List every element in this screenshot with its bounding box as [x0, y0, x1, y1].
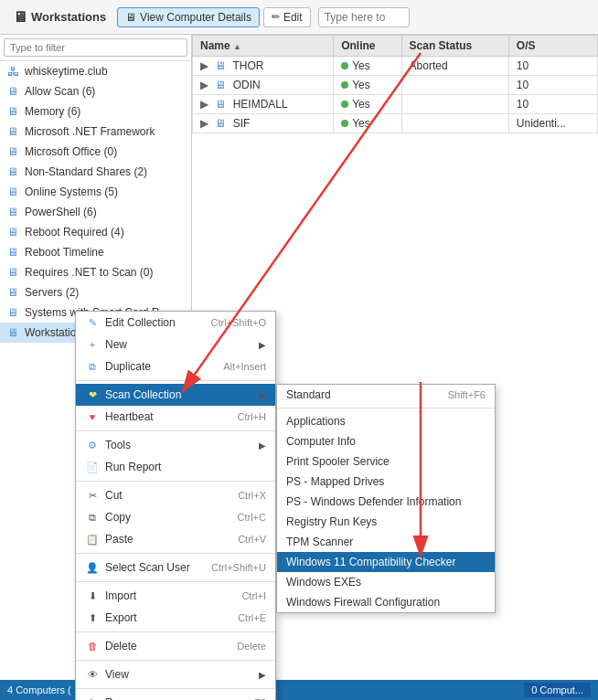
online-dot [341, 101, 348, 108]
sort-icon: ▲ [233, 42, 241, 51]
sub-applications[interactable]: Applications [277, 411, 495, 431]
workstations-sidebar-icon: 🖥 [5, 325, 20, 340]
context-menu: ✎ Edit Collection Ctrl+Shift+O + New ▶ ⧉… [75, 311, 276, 700]
cell-name: ▶ 🖥 ODIN [193, 76, 334, 95]
ctx-sep-4 [76, 553, 275, 554]
timeline-icon: 🖥 [5, 245, 20, 260]
sidebar-item-whiskeytime[interactable]: 🖧 whiskeytime.club [0, 61, 191, 81]
copy-icon: ⧉ [85, 510, 100, 525]
new-icon: + [85, 337, 100, 352]
sub-standard[interactable]: Standard Shift+F6 [277, 385, 495, 405]
ctx-sep-8 [76, 688, 275, 689]
reboot-icon: 🖥 [5, 225, 20, 239]
cell-os: 10 [508, 95, 597, 114]
ctx-sep-6 [76, 631, 275, 632]
sub-computer-info[interactable]: Computer Info [277, 431, 495, 451]
sidebar-item-online[interactable]: 🖥 Online Systems (5) [0, 182, 191, 202]
sub-print-spooler[interactable]: Print Spooler Service [277, 451, 495, 472]
sub-win11-checker[interactable]: Windows 11 Compatibility Checker [277, 552, 495, 572]
user-icon: 👤 [85, 560, 100, 575]
sub-windows-firewall[interactable]: Windows Firewall Configuration [277, 592, 495, 612]
cell-os: 10 [508, 76, 597, 95]
ctx-tools[interactable]: ⚙ Tools ▶ [76, 434, 275, 456]
ctx-delete[interactable]: 🗑 Delete Delete [76, 635, 275, 657]
sidebar-item-reboot-required[interactable]: 🖥 Reboot Required (4) [0, 222, 191, 242]
ctx-edit-collection[interactable]: ✎ Edit Collection Ctrl+Shift+O [76, 312, 275, 334]
computer-row-icon: 🖥 [215, 117, 226, 130]
cell-name: ▶ 🖥 THOR [193, 57, 334, 76]
computer-row-icon: 🖥 [215, 59, 226, 72]
computers-table: Name ▲ Online Scan Status O/S [192, 35, 598, 133]
sidebar-item-servers[interactable]: 🖥 Servers (2) [0, 282, 191, 302]
shares-icon: 🖥 [5, 164, 20, 179]
cell-os: Unidenti... [508, 114, 597, 133]
edit-collection-icon: ✎ [85, 315, 100, 330]
sidebar-item-reboot-timeline[interactable]: 🖥 Reboot Timeline [0, 242, 191, 262]
sidebar-item-requires-dotnet[interactable]: 🖥 Requires .NET to Scan (0) [0, 262, 191, 282]
ctx-sep-5 [76, 581, 275, 582]
sidebar-item-memory[interactable]: 🖥 Memory (6) [0, 101, 191, 122]
view-computer-details-button[interactable]: 🖥 View Computer Details [117, 7, 260, 27]
edit-button[interactable]: ✏ Edit [263, 7, 311, 27]
ctx-rename[interactable]: ✎ Rename F2 [76, 692, 275, 700]
table-row[interactable]: ▶ 🖥 ODIN Yes 10 [193, 76, 598, 95]
toolbar: 🖥 Workstations 🖥 View Computer Details ✏… [0, 0, 598, 35]
office-icon: 🖥 [5, 144, 20, 159]
tools-arrow: ▶ [259, 440, 266, 451]
ctx-cut[interactable]: ✂ Cut Ctrl+X [76, 484, 275, 506]
workstations-icon: 🖥 [13, 9, 27, 26]
rename-icon: ✎ [85, 695, 100, 700]
ctx-duplicate[interactable]: ⧉ Duplicate Alt+Insert [76, 355, 275, 377]
col-header-os[interactable]: O/S [508, 36, 597, 57]
expand-icon[interactable]: ▶ [200, 117, 208, 130]
sidebar-item-dotnet[interactable]: 🖥 Microsoft .NET Framework [0, 122, 191, 142]
sub-windows-exes[interactable]: Windows EXEs [277, 572, 495, 592]
online-dot [341, 62, 348, 69]
table-row[interactable]: ▶ 🖥 THOR Yes Aborted 10 [193, 57, 598, 76]
expand-icon[interactable]: ▶ [200, 98, 208, 111]
submenu-arrow: ▶ [259, 340, 266, 350]
requires-icon: 🖥 [5, 265, 20, 280]
ctx-new[interactable]: + New ▶ [76, 334, 275, 355]
sub-ps-defender[interactable]: PS - Windows Defender Information [277, 492, 495, 512]
sub-registry[interactable]: Registry Run Keys [277, 512, 495, 532]
col-header-scan-status[interactable]: Scan Status [401, 36, 508, 57]
scan-submenu: Standard Shift+F6 Applications Computer … [276, 384, 496, 613]
ctx-sep-2 [76, 430, 275, 431]
view-arrow: ▶ [259, 670, 266, 680]
ctx-view[interactable]: 👁 View ▶ [76, 663, 275, 685]
status-right[interactable]: 0 Comput... [524, 683, 591, 697]
expand-icon[interactable]: ▶ [200, 79, 208, 91]
sidebar-item-powershell[interactable]: 🖥 PowerShell (6) [0, 202, 191, 222]
sub-sep [277, 408, 495, 408]
col-header-online[interactable]: Online [334, 36, 401, 57]
ctx-export[interactable]: ⬆ Export Ctrl+E [76, 607, 275, 629]
ctx-scan-collection[interactable]: ❤ Scan Collection ▶ [76, 384, 275, 406]
duplicate-icon: ⧉ [85, 359, 100, 374]
toolbar-search-input[interactable] [318, 7, 410, 27]
export-icon: ⬆ [85, 610, 100, 625]
scan-collection-icon: ❤ [85, 387, 100, 402]
table-row[interactable]: ▶ 🖥 HEIMDALL Yes 10 [193, 95, 598, 114]
ctx-import[interactable]: ⬇ Import Ctrl+I [76, 585, 275, 607]
sidebar-item-allow-scan[interactable]: 🖥 Allow Scan (6) [0, 81, 191, 101]
dotnet-icon: 🖥 [5, 124, 20, 139]
ctx-select-scan-user[interactable]: 👤 Select Scan User Ctrl+Shift+U [76, 557, 275, 578]
ctx-run-report[interactable]: 📄 Run Report [76, 456, 275, 478]
heartbeat-icon: ♥ [85, 409, 100, 424]
expand-icon[interactable]: ▶ [200, 59, 208, 72]
sub-ps-mapped[interactable]: PS - Mapped Drives [277, 472, 495, 492]
sidebar-filter-area [0, 35, 191, 61]
table-row[interactable]: ▶ 🖥 SIF Yes Unidenti... [193, 114, 598, 133]
standard-shortcut: Shift+F6 [448, 389, 486, 400]
ctx-copy[interactable]: ⧉ Copy Ctrl+C [76, 506, 275, 528]
col-header-name[interactable]: Name ▲ [193, 36, 334, 57]
sidebar-item-office[interactable]: 🖥 Microsoft Office (0) [0, 142, 191, 162]
sidebar-item-nonstandard[interactable]: 🖥 Non-Standard Shares (2) [0, 162, 191, 182]
sub-tpm[interactable]: TPM Scanner [277, 532, 495, 552]
delete-icon: 🗑 [85, 639, 100, 653]
ctx-heartbeat[interactable]: ♥ Heartbeat Ctrl+H [76, 406, 275, 428]
sidebar-filter-input[interactable] [4, 38, 187, 57]
ctx-paste[interactable]: 📋 Paste Ctrl+V [76, 528, 275, 550]
import-icon: ⬇ [85, 589, 100, 603]
